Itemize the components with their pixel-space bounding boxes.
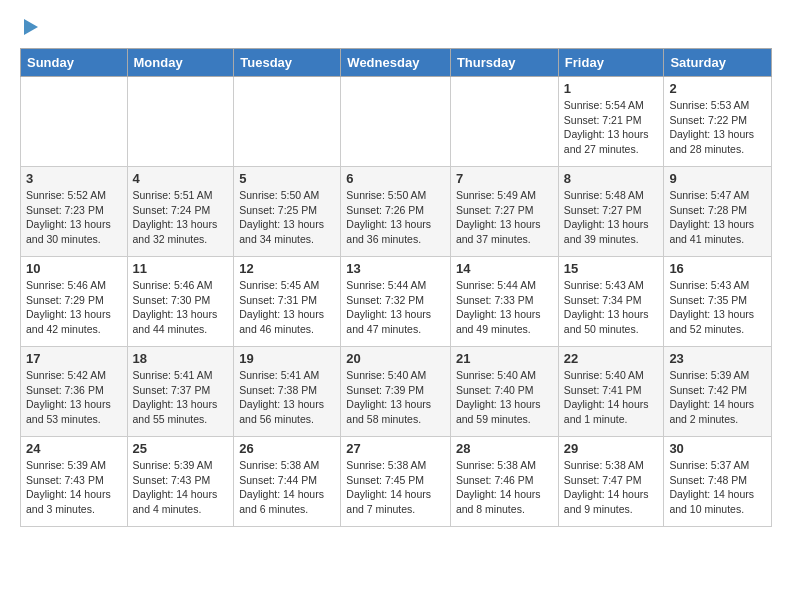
day-info: Sunrise: 5:43 AM Sunset: 7:35 PM Dayligh… bbox=[669, 278, 766, 337]
day-info: Sunrise: 5:44 AM Sunset: 7:32 PM Dayligh… bbox=[346, 278, 445, 337]
logo-arrow-icon bbox=[20, 16, 42, 38]
day-info: Sunrise: 5:40 AM Sunset: 7:40 PM Dayligh… bbox=[456, 368, 553, 427]
calendar-cell: 30Sunrise: 5:37 AM Sunset: 7:48 PM Dayli… bbox=[664, 437, 772, 527]
day-number: 15 bbox=[564, 261, 659, 276]
day-number: 14 bbox=[456, 261, 553, 276]
day-number: 6 bbox=[346, 171, 445, 186]
calendar-cell: 2Sunrise: 5:53 AM Sunset: 7:22 PM Daylig… bbox=[664, 77, 772, 167]
calendar-cell: 6Sunrise: 5:50 AM Sunset: 7:26 PM Daylig… bbox=[341, 167, 451, 257]
day-number: 23 bbox=[669, 351, 766, 366]
day-number: 11 bbox=[133, 261, 229, 276]
day-number: 26 bbox=[239, 441, 335, 456]
calendar-cell: 23Sunrise: 5:39 AM Sunset: 7:42 PM Dayli… bbox=[664, 347, 772, 437]
calendar-cell: 29Sunrise: 5:38 AM Sunset: 7:47 PM Dayli… bbox=[558, 437, 664, 527]
day-number: 10 bbox=[26, 261, 122, 276]
day-number: 29 bbox=[564, 441, 659, 456]
weekday-header: Tuesday bbox=[234, 49, 341, 77]
calendar-cell: 4Sunrise: 5:51 AM Sunset: 7:24 PM Daylig… bbox=[127, 167, 234, 257]
day-info: Sunrise: 5:45 AM Sunset: 7:31 PM Dayligh… bbox=[239, 278, 335, 337]
day-info: Sunrise: 5:39 AM Sunset: 7:43 PM Dayligh… bbox=[133, 458, 229, 517]
day-number: 27 bbox=[346, 441, 445, 456]
calendar-cell: 13Sunrise: 5:44 AM Sunset: 7:32 PM Dayli… bbox=[341, 257, 451, 347]
calendar-cell: 3Sunrise: 5:52 AM Sunset: 7:23 PM Daylig… bbox=[21, 167, 128, 257]
day-number: 13 bbox=[346, 261, 445, 276]
weekday-header: Wednesday bbox=[341, 49, 451, 77]
logo bbox=[20, 16, 42, 38]
calendar-cell: 18Sunrise: 5:41 AM Sunset: 7:37 PM Dayli… bbox=[127, 347, 234, 437]
header bbox=[20, 16, 772, 38]
calendar-cell: 16Sunrise: 5:43 AM Sunset: 7:35 PM Dayli… bbox=[664, 257, 772, 347]
day-info: Sunrise: 5:40 AM Sunset: 7:41 PM Dayligh… bbox=[564, 368, 659, 427]
day-info: Sunrise: 5:38 AM Sunset: 7:46 PM Dayligh… bbox=[456, 458, 553, 517]
calendar-cell: 5Sunrise: 5:50 AM Sunset: 7:25 PM Daylig… bbox=[234, 167, 341, 257]
day-info: Sunrise: 5:51 AM Sunset: 7:24 PM Dayligh… bbox=[133, 188, 229, 247]
calendar-cell: 25Sunrise: 5:39 AM Sunset: 7:43 PM Dayli… bbox=[127, 437, 234, 527]
day-info: Sunrise: 5:44 AM Sunset: 7:33 PM Dayligh… bbox=[456, 278, 553, 337]
calendar-cell: 27Sunrise: 5:38 AM Sunset: 7:45 PM Dayli… bbox=[341, 437, 451, 527]
calendar-cell: 21Sunrise: 5:40 AM Sunset: 7:40 PM Dayli… bbox=[450, 347, 558, 437]
day-number: 8 bbox=[564, 171, 659, 186]
day-info: Sunrise: 5:49 AM Sunset: 7:27 PM Dayligh… bbox=[456, 188, 553, 247]
day-number: 5 bbox=[239, 171, 335, 186]
calendar-cell: 20Sunrise: 5:40 AM Sunset: 7:39 PM Dayli… bbox=[341, 347, 451, 437]
day-info: Sunrise: 5:40 AM Sunset: 7:39 PM Dayligh… bbox=[346, 368, 445, 427]
day-info: Sunrise: 5:52 AM Sunset: 7:23 PM Dayligh… bbox=[26, 188, 122, 247]
calendar-cell: 28Sunrise: 5:38 AM Sunset: 7:46 PM Dayli… bbox=[450, 437, 558, 527]
day-number: 7 bbox=[456, 171, 553, 186]
day-info: Sunrise: 5:48 AM Sunset: 7:27 PM Dayligh… bbox=[564, 188, 659, 247]
day-number: 2 bbox=[669, 81, 766, 96]
day-number: 24 bbox=[26, 441, 122, 456]
calendar-cell: 15Sunrise: 5:43 AM Sunset: 7:34 PM Dayli… bbox=[558, 257, 664, 347]
calendar-cell: 19Sunrise: 5:41 AM Sunset: 7:38 PM Dayli… bbox=[234, 347, 341, 437]
day-number: 3 bbox=[26, 171, 122, 186]
day-number: 17 bbox=[26, 351, 122, 366]
day-number: 22 bbox=[564, 351, 659, 366]
weekday-row: SundayMondayTuesdayWednesdayThursdayFrid… bbox=[21, 49, 772, 77]
calendar-body: 1Sunrise: 5:54 AM Sunset: 7:21 PM Daylig… bbox=[21, 77, 772, 527]
day-info: Sunrise: 5:42 AM Sunset: 7:36 PM Dayligh… bbox=[26, 368, 122, 427]
day-info: Sunrise: 5:53 AM Sunset: 7:22 PM Dayligh… bbox=[669, 98, 766, 157]
calendar-week-row: 3Sunrise: 5:52 AM Sunset: 7:23 PM Daylig… bbox=[21, 167, 772, 257]
calendar-cell: 10Sunrise: 5:46 AM Sunset: 7:29 PM Dayli… bbox=[21, 257, 128, 347]
calendar-week-row: 24Sunrise: 5:39 AM Sunset: 7:43 PM Dayli… bbox=[21, 437, 772, 527]
day-number: 25 bbox=[133, 441, 229, 456]
calendar-cell: 9Sunrise: 5:47 AM Sunset: 7:28 PM Daylig… bbox=[664, 167, 772, 257]
calendar-header: SundayMondayTuesdayWednesdayThursdayFrid… bbox=[21, 49, 772, 77]
day-info: Sunrise: 5:50 AM Sunset: 7:25 PM Dayligh… bbox=[239, 188, 335, 247]
day-number: 28 bbox=[456, 441, 553, 456]
calendar-cell: 1Sunrise: 5:54 AM Sunset: 7:21 PM Daylig… bbox=[558, 77, 664, 167]
weekday-header: Thursday bbox=[450, 49, 558, 77]
day-number: 30 bbox=[669, 441, 766, 456]
page: SundayMondayTuesdayWednesdayThursdayFrid… bbox=[0, 0, 792, 543]
day-info: Sunrise: 5:50 AM Sunset: 7:26 PM Dayligh… bbox=[346, 188, 445, 247]
calendar-cell: 17Sunrise: 5:42 AM Sunset: 7:36 PM Dayli… bbox=[21, 347, 128, 437]
day-number: 20 bbox=[346, 351, 445, 366]
calendar-table: SundayMondayTuesdayWednesdayThursdayFrid… bbox=[20, 48, 772, 527]
calendar-cell: 12Sunrise: 5:45 AM Sunset: 7:31 PM Dayli… bbox=[234, 257, 341, 347]
day-number: 4 bbox=[133, 171, 229, 186]
calendar-week-row: 17Sunrise: 5:42 AM Sunset: 7:36 PM Dayli… bbox=[21, 347, 772, 437]
calendar-week-row: 1Sunrise: 5:54 AM Sunset: 7:21 PM Daylig… bbox=[21, 77, 772, 167]
calendar-cell: 26Sunrise: 5:38 AM Sunset: 7:44 PM Dayli… bbox=[234, 437, 341, 527]
weekday-header: Monday bbox=[127, 49, 234, 77]
calendar-cell: 7Sunrise: 5:49 AM Sunset: 7:27 PM Daylig… bbox=[450, 167, 558, 257]
day-info: Sunrise: 5:38 AM Sunset: 7:45 PM Dayligh… bbox=[346, 458, 445, 517]
calendar-cell: 8Sunrise: 5:48 AM Sunset: 7:27 PM Daylig… bbox=[558, 167, 664, 257]
calendar-cell bbox=[450, 77, 558, 167]
calendar-cell bbox=[21, 77, 128, 167]
day-number: 16 bbox=[669, 261, 766, 276]
svg-marker-0 bbox=[24, 19, 38, 35]
day-number: 18 bbox=[133, 351, 229, 366]
weekday-header: Sunday bbox=[21, 49, 128, 77]
day-info: Sunrise: 5:39 AM Sunset: 7:43 PM Dayligh… bbox=[26, 458, 122, 517]
day-info: Sunrise: 5:43 AM Sunset: 7:34 PM Dayligh… bbox=[564, 278, 659, 337]
calendar-cell: 14Sunrise: 5:44 AM Sunset: 7:33 PM Dayli… bbox=[450, 257, 558, 347]
calendar-cell: 24Sunrise: 5:39 AM Sunset: 7:43 PM Dayli… bbox=[21, 437, 128, 527]
day-number: 1 bbox=[564, 81, 659, 96]
day-info: Sunrise: 5:41 AM Sunset: 7:37 PM Dayligh… bbox=[133, 368, 229, 427]
day-info: Sunrise: 5:38 AM Sunset: 7:47 PM Dayligh… bbox=[564, 458, 659, 517]
calendar-cell bbox=[341, 77, 451, 167]
calendar-cell: 22Sunrise: 5:40 AM Sunset: 7:41 PM Dayli… bbox=[558, 347, 664, 437]
day-number: 12 bbox=[239, 261, 335, 276]
day-info: Sunrise: 5:46 AM Sunset: 7:29 PM Dayligh… bbox=[26, 278, 122, 337]
